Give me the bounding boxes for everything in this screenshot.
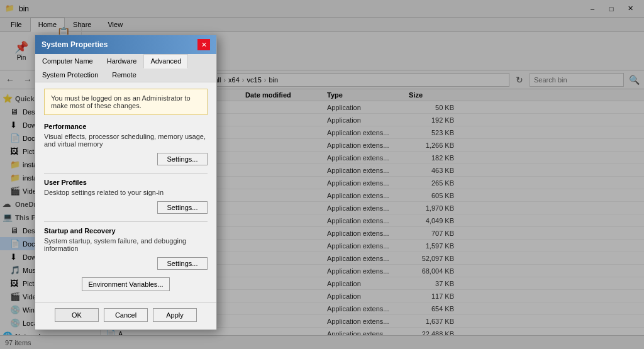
dialog-footer: OK Cancel Apply bbox=[35, 302, 216, 330]
dialog-tab-computername[interactable]: Computer Name bbox=[35, 54, 100, 68]
startup-title: Startup and Recovery bbox=[44, 227, 208, 235]
startup-settings-button[interactable]: Settings... bbox=[157, 257, 208, 270]
userprofiles-section: User Profiles Desktop settings related t… bbox=[44, 179, 208, 214]
dialog-tabs: Computer Name Hardware Advanced System P… bbox=[35, 54, 216, 82]
divider2 bbox=[44, 221, 208, 222]
system-properties-dialog: System Properties ✕ Computer Name Hardwa… bbox=[35, 35, 217, 330]
startup-desc: System startup, system failure, and debu… bbox=[44, 237, 208, 252]
performance-desc: Visual effects, processor scheduling, me… bbox=[44, 133, 208, 148]
dialog-admin-notice: You must be logged on as an Administrato… bbox=[44, 89, 208, 115]
dialog-tab-hardware[interactable]: Hardware bbox=[100, 54, 144, 68]
dialog-body: You must be logged on as an Administrato… bbox=[35, 82, 216, 302]
divider1 bbox=[44, 173, 208, 174]
userprofiles-desc: Desktop settings related to your sign-in bbox=[44, 189, 208, 196]
performance-settings-button[interactable]: Settings... bbox=[157, 153, 208, 165]
startup-section: Startup and Recovery System startup, sys… bbox=[44, 227, 208, 270]
performance-title: Performance bbox=[44, 123, 208, 130]
userprofiles-title: User Profiles bbox=[44, 179, 208, 186]
dialog-tab-remote[interactable]: Remote bbox=[105, 68, 143, 82]
dialog-tab-systemprotection[interactable]: System Protection bbox=[35, 68, 105, 82]
env-variables-button[interactable]: Environment Variables... bbox=[82, 277, 170, 291]
dialog-close-button[interactable]: ✕ bbox=[197, 39, 210, 50]
userprofiles-settings-button[interactable]: Settings... bbox=[157, 201, 208, 214]
dialog-cancel-button[interactable]: Cancel bbox=[104, 308, 148, 322]
dialog-tab-advanced[interactable]: Advanced bbox=[143, 54, 188, 69]
dialog-ok-button[interactable]: OK bbox=[55, 308, 99, 322]
dialog-title-bar: System Properties ✕ bbox=[35, 35, 216, 54]
dialog-apply-button[interactable]: Apply bbox=[153, 308, 197, 322]
performance-section: Performance Visual effects, processor sc… bbox=[44, 123, 208, 165]
dialog-title: System Properties bbox=[42, 40, 108, 49]
dialog-overlay: System Properties ✕ Computer Name Hardwa… bbox=[0, 0, 644, 349]
